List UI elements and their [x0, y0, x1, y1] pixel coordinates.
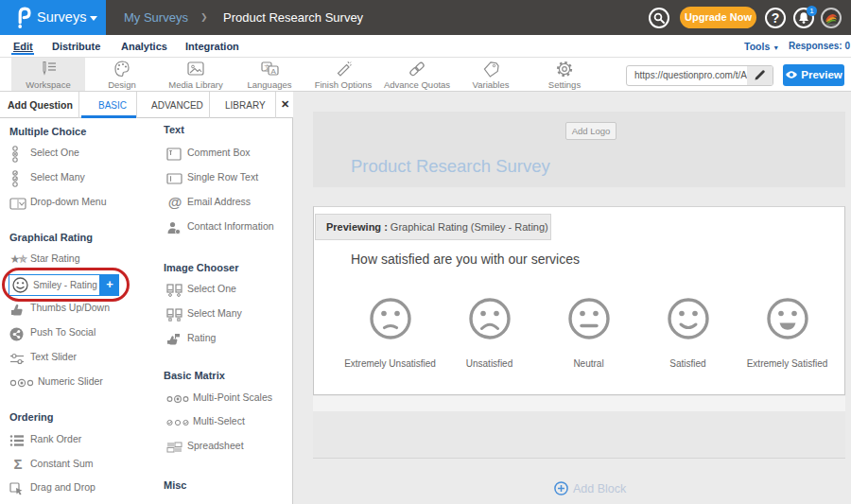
svg-text:A: A: [270, 67, 276, 76]
